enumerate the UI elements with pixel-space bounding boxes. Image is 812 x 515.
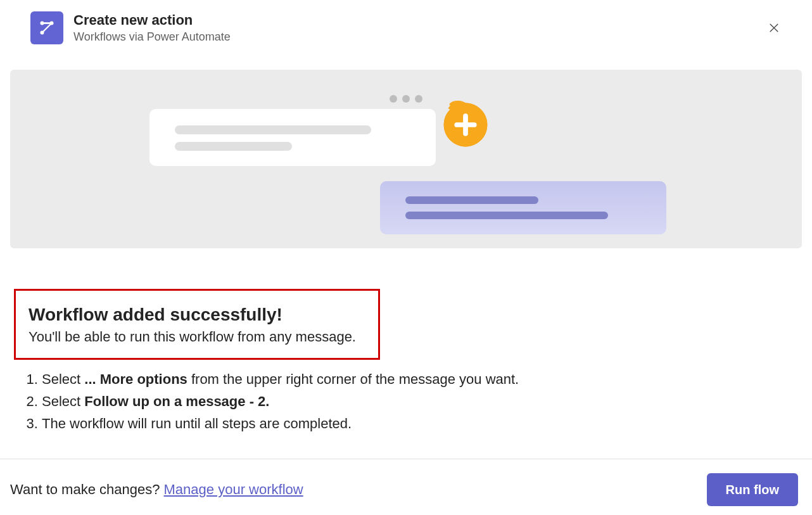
step-1: Select ... More options from the upper r…: [42, 369, 787, 390]
dialog-footer: Want to make changes? Manage your workfl…: [0, 459, 812, 515]
step-1-pre: Select: [42, 371, 84, 387]
close-icon: [768, 22, 780, 34]
close-button[interactable]: [764, 18, 784, 38]
success-subtitle: You'll be able to run this workflow from…: [29, 329, 365, 345]
dialog-subtitle: Workflows via Power Automate: [73, 30, 231, 44]
workflow-app-icon: [30, 11, 63, 44]
footer-prompt-text: Want to make changes?: [10, 481, 164, 497]
success-highlight-box: Workflow added successfully! You'll be a…: [14, 289, 380, 360]
step-3: The workflow will run until all steps ar…: [42, 413, 787, 434]
hero-illustration: [10, 70, 802, 248]
manage-workflow-prompt: Want to make changes? Manage your workfl…: [10, 481, 303, 498]
plus-badge-icon: [438, 98, 493, 152]
content-area: Workflow added successfully! You'll be a…: [0, 289, 812, 434]
success-title: Workflow added successfully!: [29, 305, 365, 325]
dialog-header: Create new action Workflows via Power Au…: [0, 0, 812, 56]
step-1-bold: ... More options: [84, 371, 187, 387]
hero-dots-icon: [390, 95, 422, 103]
manage-workflow-link[interactable]: Manage your workflow: [164, 481, 303, 497]
step-2: Select Follow up on a message - 2.: [42, 391, 787, 412]
hero-message-bubble-1: [149, 109, 436, 166]
step-2-bold: Follow up on a message - 2.: [84, 393, 269, 409]
step-2-pre: Select: [42, 393, 84, 409]
step-1-post: from the upper right corner of the messa…: [187, 371, 519, 387]
run-flow-button[interactable]: Run flow: [707, 473, 798, 506]
dialog-title: Create new action: [73, 12, 231, 29]
hero-message-bubble-2: [380, 181, 666, 234]
instruction-steps: Select ... More options from the upper r…: [25, 369, 787, 434]
